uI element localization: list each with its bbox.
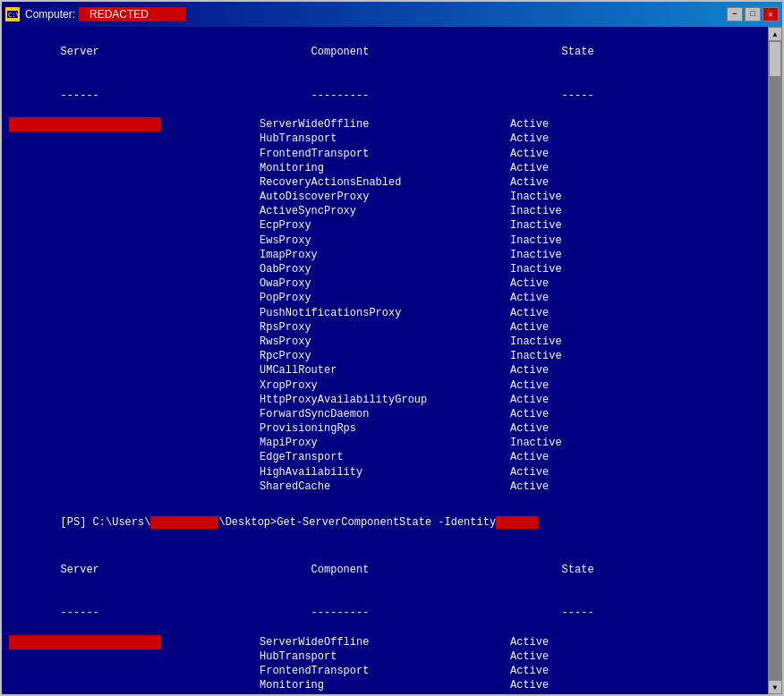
component-cell: PushNotificationsProxy — [260, 306, 510, 320]
table-row: RpcProxyInactive — [9, 349, 761, 363]
state-cell: Inactive — [510, 436, 600, 450]
state-cell: Active — [510, 465, 600, 480]
computer-value: REDACTED — [79, 7, 186, 21]
state-cell: Active — [510, 306, 600, 320]
component-cell: AutoDiscoverProxy — [260, 190, 510, 204]
table-row: PushNotificationsProxyActive — [9, 306, 761, 320]
main-window: C:\ Computer: REDACTED − □ ✕ ServerCompo… — [0, 0, 784, 696]
header-state-1: State — [562, 45, 652, 59]
scroll-down-arrow[interactable]: ▼ — [768, 680, 782, 694]
component-cell: ServerWideOffline — [260, 635, 510, 649]
header-server-1: Server — [61, 45, 311, 59]
state-cell: Active — [510, 320, 600, 335]
server-cell — [9, 635, 260, 649]
state-cell: Active — [510, 635, 600, 649]
table-row: EdgeTransportActive — [9, 450, 761, 464]
table-row: MapiProxyInactive — [9, 436, 761, 450]
table-row: RpsProxyActive — [9, 320, 761, 335]
table-row: XropProxyActive — [9, 378, 761, 393]
table-row: RecoveryActionsEnabledActive — [9, 175, 761, 190]
state-cell: Active — [510, 450, 600, 464]
block2-header: ServerComponentState — [9, 548, 761, 592]
header-state-2: State — [562, 563, 652, 577]
server-cell — [9, 117, 260, 132]
table-row: OabProxyInactive — [9, 262, 761, 276]
state-cell: Active — [510, 276, 600, 291]
ps-prompt: [PS] C:\Users\ — [61, 516, 151, 529]
component-cell: ForwardSyncDaemon — [260, 407, 510, 421]
state-cell: Active — [510, 407, 600, 421]
state-cell: Active — [510, 378, 600, 393]
state-cell: Inactive — [510, 248, 600, 262]
component-cell: PopProxy — [260, 291, 510, 305]
state-cell: Active — [510, 117, 600, 132]
table-row: ServerWideOfflineActive — [9, 635, 761, 649]
table-row: HubTransportActive — [9, 649, 761, 664]
component-cell: EcpProxy — [260, 218, 510, 233]
component-cell: XropProxy — [260, 378, 510, 393]
table-row: OwaProxyActive — [9, 276, 761, 291]
command-line: [PS] C:\Users\ \Desktop>Get-ServerCompon… — [9, 501, 761, 545]
component-cell: UMCallRouter — [260, 363, 510, 378]
scroll-up-arrow[interactable]: ▲ — [768, 27, 782, 41]
component-cell: Monitoring — [260, 678, 510, 692]
title-bar: C:\ Computer: REDACTED − □ ✕ — [2, 2, 782, 27]
table-row: ImapProxyInactive — [9, 248, 761, 262]
svg-text:C:\: C:\ — [8, 12, 20, 19]
state-cell: Active — [510, 147, 600, 161]
state-cell: Inactive — [510, 233, 600, 248]
user-redacted — [150, 516, 218, 529]
state-cell: Active — [510, 363, 600, 378]
state-cell: Inactive — [510, 262, 600, 276]
component-cell: HighAvailability — [260, 465, 510, 480]
header-component-2: Component — [311, 563, 562, 577]
component-cell: OwaProxy — [260, 276, 510, 291]
table-row: AutoDiscoverProxyInactive — [9, 190, 761, 204]
component-cell: EwsProxy — [260, 233, 510, 248]
table-row: HttpProxyAvailabilityGroupActive — [9, 393, 761, 407]
block2-separator: -------------------- — [9, 591, 761, 635]
component-cell: RwsProxy — [260, 335, 510, 349]
state-cell: Inactive — [510, 349, 600, 363]
server-value-redacted — [9, 117, 161, 132]
component-cell: FrontendTransport — [260, 664, 510, 678]
state-cell: Inactive — [510, 218, 600, 233]
state-cell: Active — [510, 480, 600, 494]
state-cell: Active — [510, 175, 600, 190]
table-row: EwsProxyInactive — [9, 233, 761, 248]
table-row: MonitoringActive — [9, 161, 761, 175]
console-area: ServerComponentState -------------------… — [2, 27, 782, 694]
component-cell: Monitoring — [260, 161, 510, 175]
scroll-track[interactable] — [768, 41, 782, 680]
table-row: HubTransportActive — [9, 132, 761, 146]
state-cell: Active — [510, 393, 600, 407]
block1-separator: -------------------- — [9, 74, 761, 118]
server-value-redacted — [9, 635, 161, 649]
component-cell: HubTransport — [260, 649, 510, 664]
table-row: SharedCacheActive — [9, 480, 761, 494]
component-cell: ImapProxy — [260, 248, 510, 262]
minimize-button[interactable]: − — [727, 7, 743, 21]
state-cell: Inactive — [510, 204, 600, 218]
scroll-thumb[interactable] — [769, 41, 781, 77]
component-cell: RpcProxy — [260, 349, 510, 363]
table-row: RecoveryActionsEnabledActive — [9, 692, 761, 694]
close-button[interactable]: ✕ — [763, 7, 779, 21]
title-text: Computer: REDACTED — [25, 7, 186, 21]
window-controls[interactable]: − □ ✕ — [727, 7, 779, 21]
header-component-1: Component — [311, 45, 562, 59]
component-cell: HttpProxyAvailabilityGroup — [260, 393, 510, 407]
component-cell: FrontendTransport — [260, 147, 510, 161]
component-cell: ServerWideOffline — [260, 117, 510, 132]
component-cell: ProvisioningRps — [260, 421, 510, 436]
scrollbar[interactable]: ▲ ▼ — [768, 27, 782, 694]
state-cell: Active — [510, 421, 600, 436]
component-cell: HubTransport — [260, 132, 510, 146]
component-cell: OabProxy — [260, 262, 510, 276]
table-row: HighAvailabilityActive — [9, 465, 761, 480]
console-output[interactable]: ServerComponentState -------------------… — [2, 27, 768, 694]
state-cell: Active — [510, 692, 600, 694]
table-row: ForwardSyncDaemonActive — [9, 407, 761, 421]
maximize-button[interactable]: □ — [745, 7, 761, 21]
component-cell: RecoveryActionsEnabled — [260, 175, 510, 190]
